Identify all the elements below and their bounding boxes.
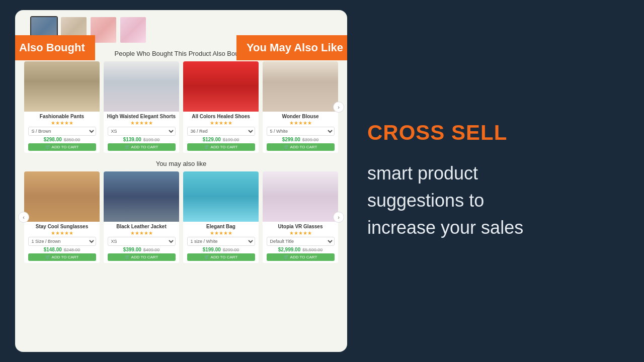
price-current-shorts: $139.00 xyxy=(123,137,141,142)
add-to-cart-shorts[interactable]: ADD TO CART xyxy=(108,143,176,151)
variant-select-sunglasses[interactable]: 1 Size / Brown xyxy=(28,237,96,246)
cart-icon-6 xyxy=(125,255,130,259)
product-card-shoes: All Colors Healed Shoes ★★★★★ 36 / Red $… xyxy=(183,61,259,153)
product-stars-shoes: ★★★★★ xyxy=(183,120,259,126)
product-stars-sunglasses: ★★★★★ xyxy=(24,230,100,236)
product-stars-jacket: ★★★★★ xyxy=(104,230,179,236)
thumbnail-4[interactable] xyxy=(119,16,147,44)
variant-select-bag[interactable]: 1 size / White xyxy=(187,237,255,246)
main-container: Also Bought People Who Bought This Produ… xyxy=(15,10,629,352)
product-name-jacket: Black Leather Jacket xyxy=(105,224,178,229)
cart-icon xyxy=(45,145,50,149)
add-to-cart-shoes[interactable]: ADD TO CART xyxy=(187,143,255,151)
variant-select-jacket[interactable]: XS xyxy=(108,237,176,246)
marketing-text: smart product suggestions to increase yo… xyxy=(367,160,619,241)
product-card-bag: Elegant Bag ★★★★★ 1 size / White $199.00… xyxy=(183,171,259,263)
product-name-sunglasses: Stay Cool Sunglasses xyxy=(25,224,99,229)
add-to-cart-bag[interactable]: ADD TO CART xyxy=(187,253,255,261)
variant-select-shoes[interactable]: 36 / Red xyxy=(187,127,255,136)
product-name-blouse: Wonder Blouse xyxy=(264,114,337,119)
also-bought-section: People Who Bought This Product Also Boug… xyxy=(20,50,342,153)
price-original-shoes: $199.00 xyxy=(223,137,239,142)
cart-icon-7 xyxy=(204,255,209,259)
also-bought-badge: Also Bought xyxy=(15,35,95,60)
price-row-pants: $298.00 $350.00 xyxy=(24,137,100,142)
marketing-line2: suggestions to xyxy=(367,190,484,211)
price-current-shoes: $129.00 xyxy=(203,137,221,142)
price-row-vr: $2,999.00 $5,500.00 xyxy=(263,247,338,252)
price-original-bag: $299.00 xyxy=(223,247,239,252)
price-original-blouse: $399.00 xyxy=(302,137,319,142)
product-image-bag xyxy=(183,171,259,222)
price-current-vr: $2,999.00 xyxy=(278,247,301,252)
you-may-also-like-title: You may also like xyxy=(20,160,342,167)
product-card-jacket: Black Leather Jacket ★★★★★ XS $399.00 $4… xyxy=(104,171,179,263)
add-to-cart-jacket[interactable]: ADD TO CART xyxy=(108,253,176,261)
product-card-vr: Utopia VR Glasses ★★★★★ Default Title $2… xyxy=(263,171,338,263)
product-stars-pants: ★★★★★ xyxy=(24,120,100,126)
also-bought-grid: Fashionable Pants ★★★★★ S / Brown $298.0… xyxy=(20,61,342,153)
price-row-jacket: $399.00 $499.00 xyxy=(104,247,179,252)
product-image-shorts xyxy=(104,61,179,112)
price-row-blouse: $299.00 $399.00 xyxy=(263,137,338,142)
add-to-cart-pants[interactable]: ADD TO CART xyxy=(28,143,96,151)
product-name-vr: Utopia VR Glasses xyxy=(264,224,337,229)
price-original-sunglasses: $248.00 xyxy=(64,247,80,252)
price-original-pants: $350.00 xyxy=(64,137,80,142)
you-may-prev-arrow[interactable]: ‹ xyxy=(18,212,29,223)
variant-select-vr[interactable]: Default Title xyxy=(267,237,335,246)
product-card-shorts: High Waisted Elegant Shorts ★★★★★ XS $13… xyxy=(104,61,179,153)
cart-icon-3 xyxy=(204,145,209,149)
product-name-shorts: High Waisted Elegant Shorts xyxy=(105,114,178,119)
product-image-sunglasses xyxy=(24,171,100,222)
cart-icon-5 xyxy=(45,255,50,259)
product-stars-vr: ★★★★★ xyxy=(263,230,338,236)
you-may-also-like-grid: ‹ Stay Cool Sunglasses ★★★★★ 1 Size / Br… xyxy=(20,171,342,263)
marketing-line1: smart product xyxy=(367,163,478,184)
also-bought-next-arrow[interactable]: › xyxy=(333,102,344,113)
price-original-jacket: $499.00 xyxy=(143,247,160,252)
product-name-pants: Fashionable Pants xyxy=(25,114,99,119)
add-to-cart-vr[interactable]: ADD TO CART xyxy=(267,253,335,261)
marketing-panel: CROSS SELL smart product suggestions to … xyxy=(362,111,629,251)
price-current-sunglasses: $148.00 xyxy=(44,247,62,252)
you-may-also-like-section: You may also like ‹ Stay Cool Sunglasses… xyxy=(20,160,342,263)
price-current-blouse: $299.00 xyxy=(282,137,300,142)
product-name-shoes: All Colors Healed Shoes xyxy=(184,114,258,119)
add-to-cart-blouse[interactable]: ADD TO CART xyxy=(267,143,335,151)
product-image-jacket xyxy=(104,171,179,222)
price-row-shorts: $139.00 $199.00 xyxy=(104,137,179,142)
you-may-next-arrow[interactable]: › xyxy=(333,212,344,223)
cart-icon-4 xyxy=(284,145,289,149)
price-original-shorts: $199.00 xyxy=(143,137,160,142)
product-name-bag: Elegant Bag xyxy=(184,224,258,229)
product-stars-shorts: ★★★★★ xyxy=(104,120,179,126)
cross-sell-title: CROSS SELL xyxy=(367,121,619,145)
cart-icon-2 xyxy=(125,145,130,149)
price-original-vr: $5,500.00 xyxy=(302,247,323,252)
product-image-pants xyxy=(24,61,100,112)
marketing-line3: increase your sales xyxy=(367,217,523,238)
price-row-shoes: $129.00 $199.00 xyxy=(183,137,259,142)
product-stars-blouse: ★★★★★ xyxy=(263,120,338,126)
product-image-shoes xyxy=(183,61,259,112)
price-current-pants: $298.00 xyxy=(44,137,62,142)
add-to-cart-sunglasses[interactable]: ADD TO CART xyxy=(28,253,96,261)
you-may-also-like-badge: You May Also Like xyxy=(236,35,347,60)
product-card-blouse: Wonder Blouse ★★★★★ 5 / White $299.00 $3… xyxy=(263,61,338,153)
price-current-jacket: $399.00 xyxy=(123,247,141,252)
product-image-vr xyxy=(263,171,338,222)
product-card-pants: Fashionable Pants ★★★★★ S / Brown $298.0… xyxy=(24,61,100,153)
price-current-bag: $199.00 xyxy=(203,247,221,252)
cart-icon-8 xyxy=(284,255,289,259)
product-card-sunglasses: Stay Cool Sunglasses ★★★★★ 1 Size / Brow… xyxy=(24,171,100,263)
product-image-blouse xyxy=(263,61,338,112)
price-row-bag: $199.00 $299.00 xyxy=(183,247,259,252)
product-stars-bag: ★★★★★ xyxy=(183,230,259,236)
variant-select-shorts[interactable]: XS xyxy=(108,127,176,136)
variant-select-blouse[interactable]: 5 / White xyxy=(267,127,335,136)
price-row-sunglasses: $148.00 $248.00 xyxy=(24,247,100,252)
variant-select-pants[interactable]: S / Brown xyxy=(28,127,96,136)
shop-panel: Also Bought People Who Bought This Produ… xyxy=(15,10,347,352)
